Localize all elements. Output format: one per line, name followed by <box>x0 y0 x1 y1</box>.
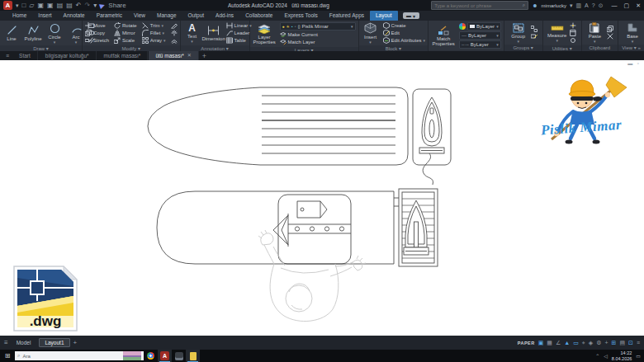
ribbon-tab-home[interactable]: Home <box>7 11 32 21</box>
measure-dropdown-icon[interactable]: ▾ <box>556 39 558 42</box>
edit-attributes-dropdown-icon[interactable]: ▾ <box>424 39 426 42</box>
linetype-dropdown[interactable]: –·– ByLayer ▾ <box>459 40 501 49</box>
paste-dropdown-icon[interactable]: ▾ <box>594 40 596 43</box>
match-properties-button[interactable]: Match Properties <box>431 26 456 46</box>
help-search-input[interactable] <box>434 3 521 8</box>
close-button[interactable]: ✕ <box>636 2 641 9</box>
new-layout-icon[interactable]: + <box>73 339 78 346</box>
grid-icon[interactable]: ▣ <box>538 340 544 346</box>
base-view-tool[interactable]: Base ▾ <box>623 22 642 43</box>
new-tab-icon[interactable]: + <box>200 52 209 60</box>
copy-tool[interactable]: Copy <box>85 30 109 36</box>
taskbar-clock[interactable]: 14:22 8.04.2026 <box>612 350 632 361</box>
ribbon-tab-layout[interactable]: Layout <box>370 11 398 21</box>
isodraft-icon[interactable]: ▲ <box>564 340 570 346</box>
paste-tool[interactable]: Paste ▾ <box>585 22 604 43</box>
autocad-logo-icon[interactable]: A <box>3 1 12 10</box>
line-tool[interactable]: Line <box>2 25 21 41</box>
group-dropdown-icon[interactable]: ▾ <box>517 40 519 43</box>
mirror-tool[interactable]: Mirror <box>114 30 137 36</box>
array-dropdown-icon[interactable]: ▾ <box>163 39 166 42</box>
tray-expand-icon[interactable]: ⌃ <box>595 353 599 359</box>
table-tool[interactable]: Table <box>226 37 252 44</box>
id-point-icon[interactable] <box>570 22 576 29</box>
signed-in-user[interactable]: mimarlucky <box>542 3 566 8</box>
polyline-tool[interactable]: Polyline <box>24 25 42 41</box>
stretch-tool[interactable]: Stretch <box>85 37 109 44</box>
ribbon-tab-featured-apps[interactable]: Featured Apps <box>324 11 370 21</box>
ribbon-tab-annotate[interactable]: Annotate <box>58 11 91 21</box>
file-tab-mutfak-masasi[interactable]: mutfak masası* <box>97 51 149 60</box>
ribbon-display-toggle[interactable]: ▬ ▾ <box>403 12 419 19</box>
connectivity-icon[interactable]: ⊙ <box>599 2 604 8</box>
leader-tool[interactable]: Leader <box>226 30 252 36</box>
help-search-box[interactable]: ⌕ <box>431 1 528 10</box>
chrome-taskbar-icon[interactable] <box>144 350 158 362</box>
dimension-tool[interactable]: Dimension <box>205 26 223 41</box>
customization-icon[interactable]: ≡ <box>637 340 640 346</box>
file-tab-utu-masasi[interactable]: ütü masası* ✕ <box>149 51 198 60</box>
layout-menu-icon[interactable]: ≡ <box>4 339 8 346</box>
save-icon[interactable]: ▣ <box>38 2 45 9</box>
speaker-icon[interactable]: ◁ <box>604 353 608 359</box>
redo-icon[interactable]: ↷ <box>84 2 90 9</box>
group-edit-icon[interactable] <box>531 33 537 40</box>
viewport-window-controls[interactable]: ▬ ▫ <box>627 61 641 66</box>
lineweight-display-icon[interactable]: ◈ <box>589 340 593 346</box>
insert-dropdown-icon[interactable]: ▾ <box>369 40 372 44</box>
explode-tool-icon[interactable] <box>171 30 178 36</box>
file-tabs-menu-icon[interactable]: ≡ <box>3 53 12 59</box>
measure-tool[interactable]: Measure ▾ <box>547 24 566 42</box>
group-tool[interactable]: Group ▾ <box>509 23 528 43</box>
ribbon-tab-parametric[interactable]: Parametric <box>91 11 128 21</box>
ribbon-tab-insert[interactable]: Insert <box>32 11 57 21</box>
app-store-cart-icon[interactable]: ▥ <box>575 2 581 8</box>
object-color-dropdown[interactable]: ByLayer ▾ <box>467 22 501 31</box>
ribbon-tab-view[interactable]: View <box>128 11 151 21</box>
ribbon-collapse-icon[interactable]: » <box>637 45 640 50</box>
minimize-button[interactable]: — <box>612 2 618 9</box>
circle-dropdown-icon[interactable]: ▾ <box>54 40 56 44</box>
polar-tracking-icon[interactable]: ∠ <box>556 340 561 346</box>
view-panel-label[interactable]: View ▾ » <box>618 45 644 51</box>
offset-tool-icon[interactable] <box>171 37 178 44</box>
add-scales-icon[interactable]: + <box>604 340 608 346</box>
ribbon-tab-express-tools[interactable]: Express Tools <box>278 11 323 21</box>
edit-block-tool[interactable]: Edit <box>383 30 426 36</box>
layout1-tab[interactable]: Layout1 <box>39 338 69 347</box>
object-snap-tracking-icon[interactable]: ⌖ <box>582 340 585 346</box>
qat-dropdown-icon[interactable]: ▾ <box>93 2 97 9</box>
file-tab-bilgisayar-koltugu[interactable]: bilgisayar koltuğu* <box>39 51 97 60</box>
plot-icon[interactable]: ▤ <box>57 2 64 9</box>
paper-space-label[interactable]: PAPER <box>518 341 535 346</box>
edit-attributes-tool[interactable]: Edit Attributes▾ <box>383 37 426 44</box>
layer-properties-button[interactable]: Layer Properties <box>253 24 277 45</box>
trim-dropdown-icon[interactable]: ▾ <box>161 24 163 27</box>
layer-dropdown[interactable]: ● ☀ ▪ ▫ ▯ Pislik Mimar ▾ <box>280 22 356 31</box>
ribbon-tab-manage[interactable]: Manage <box>151 11 182 21</box>
app-menu-chevron-icon[interactable]: ▾ <box>16 2 19 8</box>
match-layer-tool[interactable]: Match Layer <box>280 39 356 45</box>
make-current-tool[interactable]: Make Current <box>280 31 356 38</box>
array-tool[interactable]: Array▾ <box>142 37 166 44</box>
cut-icon[interactable] <box>607 33 613 40</box>
point-style-icon[interactable] <box>570 37 576 44</box>
circle-tool[interactable]: Circle ▾ <box>45 23 64 44</box>
ribbon-tab-collaborate[interactable]: Collaborate <box>239 11 278 21</box>
erase-tool-icon[interactable] <box>171 22 178 29</box>
create-block-tool[interactable]: Create <box>383 22 426 29</box>
search-icon[interactable]: ⌕ <box>523 2 525 8</box>
osnap-icon[interactable]: ▭ <box>573 340 579 346</box>
maximize-button[interactable]: ▢ <box>624 2 630 9</box>
model-tab[interactable]: Model <box>12 339 36 346</box>
open-file-icon[interactable]: ▱ <box>29 2 34 9</box>
notes-taskbar-icon[interactable] <box>186 350 200 362</box>
base-dropdown-icon[interactable]: ▾ <box>632 40 634 43</box>
autodesk-a360-icon[interactable]: A <box>585 2 589 8</box>
copy-clip-icon[interactable] <box>607 26 613 32</box>
print-icon[interactable]: ▤ <box>66 2 73 9</box>
insert-block-tool[interactable]: Insert ▾ <box>362 22 380 44</box>
text-tool[interactable]: A Text ▾ <box>183 23 201 43</box>
autocad-taskbar-icon[interactable]: A <box>158 350 172 362</box>
app-taskbar-icon[interactable] <box>172 350 186 362</box>
